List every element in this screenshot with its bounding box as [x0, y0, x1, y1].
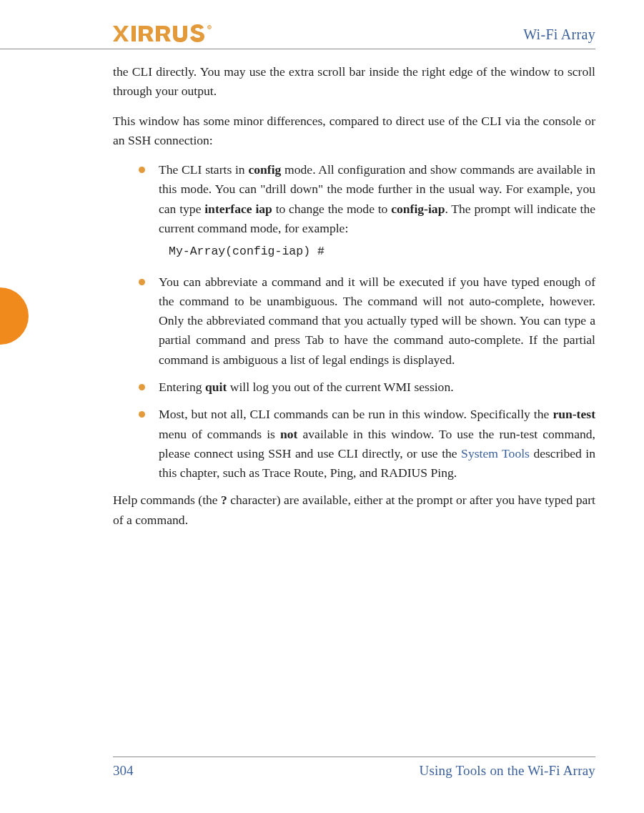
bold-text: not: [280, 427, 297, 441]
svg-marker-0: [113, 26, 129, 41]
body-paragraph: Help commands (the ? character) are avai…: [113, 491, 595, 530]
bold-text: interface iap: [204, 202, 272, 216]
text: The CLI starts in: [159, 162, 248, 177]
bold-text: quit: [205, 380, 227, 394]
bold-text: config-iap: [391, 202, 445, 216]
code-sample: My-Array(config-iap) #: [169, 242, 595, 261]
page-number: 304: [113, 763, 134, 779]
text: will log you out of the current WMI sess…: [227, 380, 453, 394]
bullet-list: The CLI starts in config mode. All confi…: [113, 160, 595, 483]
chapter-title: Using Tools on the Wi-Fi Array: [419, 763, 595, 779]
body-paragraph: This window has some minor differences, …: [113, 112, 595, 151]
page-content: the CLI directly. You may use the extra …: [0, 49, 595, 530]
bold-text: ?: [221, 493, 227, 507]
svg-rect-1: [132, 26, 136, 41]
document-page: R Wi-Fi Array the CLI directly. You may …: [0, 0, 644, 813]
text: menu of commands is: [159, 427, 280, 441]
list-item: Most, but not all, CLI commands can be r…: [139, 405, 595, 483]
header-title: Wi-Fi Array: [523, 26, 595, 43]
page-header: R Wi-Fi Array: [0, 24, 595, 49]
list-item: The CLI starts in config mode. All confi…: [139, 160, 595, 261]
list-item: Entering quit will log you out of the cu…: [139, 378, 595, 397]
footer-rule: [113, 757, 595, 757]
xirrus-logo: R: [113, 24, 220, 43]
bold-text: config: [248, 162, 281, 177]
footer-row: 304 Using Tools on the Wi-Fi Array: [113, 763, 595, 779]
xirrus-logo-icon: R: [113, 24, 220, 43]
text: Entering: [159, 380, 205, 394]
link-system-tools[interactable]: System Tools: [461, 446, 530, 460]
text: to change the mode to: [272, 202, 391, 216]
list-item: You can abbreviate a command and it will…: [139, 272, 595, 370]
text: Most, but not all, CLI commands can be r…: [159, 407, 553, 421]
bold-text: run-test: [553, 407, 595, 421]
text: Help commands (the: [113, 493, 221, 507]
body-paragraph: the CLI directly. You may use the extra …: [113, 62, 595, 102]
page-footer: 304 Using Tools on the Wi-Fi Array: [0, 757, 644, 779]
